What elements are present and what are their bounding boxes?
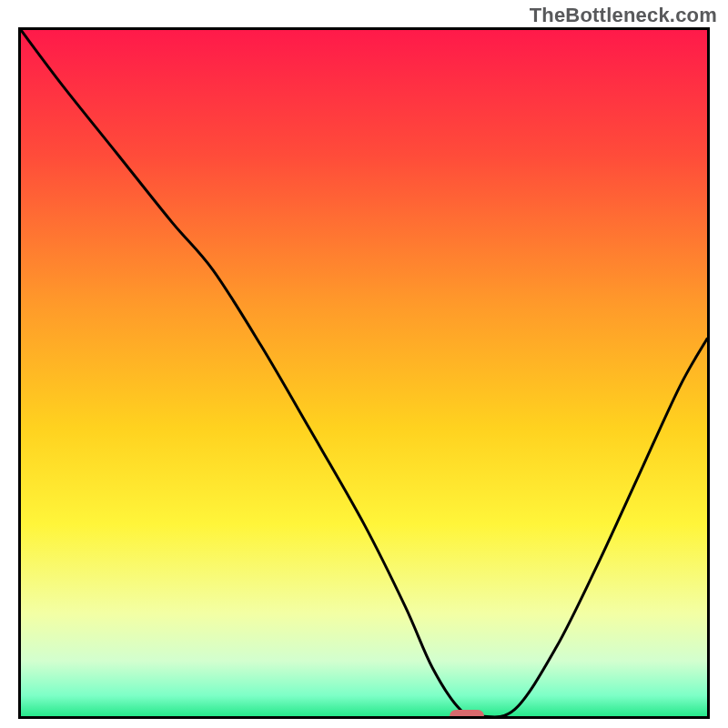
chart-container: TheBottleneck.com (0, 0, 728, 728)
bottleneck-curve (21, 30, 707, 716)
watermark-label: TheBottleneck.com (530, 4, 717, 27)
plot-frame (18, 27, 710, 719)
optimal-marker (450, 710, 484, 719)
